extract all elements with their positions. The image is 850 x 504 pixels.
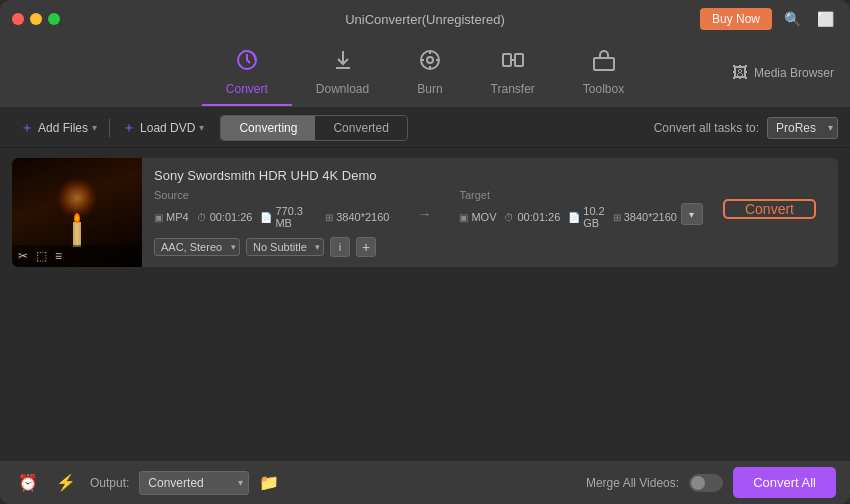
- source-resolution: ⊞ 3840*2160: [325, 211, 389, 223]
- nav-convert-label: Convert: [226, 82, 268, 96]
- svg-rect-9: [594, 58, 614, 70]
- target-clock-icon: ⏱: [504, 212, 514, 223]
- res-icon: ⊞: [325, 212, 333, 223]
- nav-download-label: Download: [316, 82, 369, 96]
- format-select[interactable]: ProRes MP4 MOV AVI MKV: [767, 117, 838, 139]
- target-resolution: ⊞ 3840*2160: [613, 211, 677, 223]
- audio-row: AAC, Stereo No Subtitle i +: [154, 237, 826, 257]
- titlebar-right: Buy Now 🔍 ⬜: [700, 8, 838, 30]
- titlebar: UniConverter(Unregistered) Buy Now 🔍 ⬜: [0, 0, 850, 38]
- merge-label: Merge All Videos:: [586, 476, 679, 490]
- toolbox-icon: [592, 48, 616, 78]
- target-format-icon: ▣: [459, 212, 468, 223]
- maximize-dot[interactable]: [48, 13, 60, 25]
- toolbar: ＋ Add Files ▾ ＋ Load DVD ▾ Converting Co…: [0, 108, 850, 148]
- convert-button[interactable]: Convert: [723, 199, 816, 219]
- source-duration: ⏱ 00:01:26: [197, 211, 253, 223]
- search-icon[interactable]: 🔍: [780, 9, 805, 29]
- nav-download[interactable]: Download: [292, 40, 393, 106]
- arrow-icon: →: [409, 206, 439, 222]
- add-files-label: Add Files: [38, 121, 88, 135]
- nav-burn[interactable]: Burn: [393, 40, 466, 106]
- file-icon: 📄: [260, 212, 272, 223]
- convert-all-label: Convert all tasks to:: [654, 121, 759, 135]
- effects-icon[interactable]: ≡: [55, 249, 62, 263]
- crop-icon[interactable]: ⬚: [36, 249, 47, 263]
- target-values: ▣ MOV ⏱ 00:01:26 📄 10.2 GB: [459, 205, 677, 229]
- candle-body: [73, 222, 81, 247]
- file-info: Sony Swordsmith HDR UHD 4K Demo Source ▣…: [142, 158, 838, 267]
- target-duration-text: 00:01:26: [517, 211, 560, 223]
- format-icon: ▣: [154, 212, 163, 223]
- toolbar-divider-1: [109, 119, 110, 137]
- media-browser-btn[interactable]: 🖼 Media Browser: [732, 64, 834, 82]
- candle-flame: [74, 213, 80, 223]
- source-section: Source ▣ MP4 ⏱ 00:01:26 📄 770.3 MB: [154, 189, 389, 229]
- svg-rect-7: [503, 54, 511, 66]
- audio-select-wrapper: AAC, Stereo: [154, 238, 240, 256]
- info-button[interactable]: i: [330, 237, 350, 257]
- source-size-text: 770.3 MB: [275, 205, 317, 229]
- minimize-dot[interactable]: [30, 13, 42, 25]
- file-item: ✂ ⬚ ≡ Sony Swordsmith HDR UHD 4K Demo So…: [12, 158, 838, 267]
- nav-toolbox[interactable]: Toolbox: [559, 40, 648, 106]
- close-dot[interactable]: [12, 13, 24, 25]
- thumbnail-overlay: ✂ ⬚ ≡: [12, 245, 142, 267]
- load-dvd-button[interactable]: ＋ Load DVD ▾: [114, 115, 212, 141]
- toggle-knob: [691, 476, 705, 490]
- convert-icon: [235, 48, 259, 78]
- main-content: ✂ ⬚ ≡ Sony Swordsmith HDR UHD 4K Demo So…: [0, 148, 850, 460]
- merge-toggle[interactable]: [689, 474, 723, 492]
- tab-converting[interactable]: Converting: [221, 116, 315, 140]
- navbar: Convert Download Burn: [0, 38, 850, 108]
- source-label: Source: [154, 189, 389, 201]
- nav-toolbox-label: Toolbox: [583, 82, 624, 96]
- source-size: 📄 770.3 MB: [260, 205, 317, 229]
- file-title: Sony Swordsmith HDR UHD 4K Demo: [154, 168, 826, 183]
- target-size-text: 10.2 GB: [583, 205, 604, 229]
- source-format-text: MP4: [166, 211, 189, 223]
- burn-icon: [418, 48, 442, 78]
- window-controls: [12, 13, 60, 25]
- speed-icon[interactable]: ⚡: [52, 469, 80, 496]
- schedule-icon[interactable]: ⏰: [14, 469, 42, 496]
- svg-rect-8: [515, 54, 523, 66]
- target-meta: Target ▣ MOV ⏱ 00:01:26 📄: [459, 189, 677, 229]
- media-browser-icon: 🖼: [732, 64, 748, 82]
- add-files-button[interactable]: ＋ Add Files ▾: [12, 115, 105, 141]
- add-files-arrow: ▾: [92, 122, 97, 133]
- target-duration: ⏱ 00:01:26: [504, 211, 560, 223]
- target-format: ▣ MOV: [459, 211, 496, 223]
- subtitle-select[interactable]: No Subtitle: [246, 238, 324, 256]
- target-format-text: MOV: [471, 211, 496, 223]
- source-duration-text: 00:01:26: [210, 211, 253, 223]
- bottombar: ⏰ ⚡ Output: Converted 📁 Merge All Videos…: [0, 460, 850, 504]
- add-icon: ＋: [20, 119, 34, 137]
- trim-icon[interactable]: ✂: [18, 249, 28, 263]
- file-thumbnail: ✂ ⬚ ≡: [12, 158, 142, 267]
- nav-burn-label: Burn: [417, 82, 442, 96]
- subtitle-select-wrapper: No Subtitle: [246, 238, 324, 256]
- audio-select[interactable]: AAC, Stereo: [154, 238, 240, 256]
- candle-glow: [57, 178, 97, 218]
- target-dropdown-button[interactable]: ▾: [681, 203, 703, 225]
- buy-now-button[interactable]: Buy Now: [700, 8, 772, 30]
- tab-group: Converting Converted: [220, 115, 407, 141]
- output-label: Output:: [90, 476, 129, 490]
- output-select[interactable]: Converted: [139, 471, 249, 495]
- tab-converted[interactable]: Converted: [315, 116, 406, 140]
- toolbar-right: Convert all tasks to: ProRes MP4 MOV AVI…: [654, 117, 838, 139]
- nav-transfer[interactable]: Transfer: [467, 40, 559, 106]
- target-file-icon: 📄: [568, 212, 580, 223]
- folder-icon[interactable]: 📁: [259, 473, 279, 492]
- toolbar-left: ＋ Add Files ▾ ＋ Load DVD ▾ Converting Co…: [12, 115, 654, 141]
- window-icon[interactable]: ⬜: [813, 9, 838, 29]
- target-res-icon: ⊞: [613, 212, 621, 223]
- download-icon: [331, 48, 355, 78]
- nav-convert[interactable]: Convert: [202, 40, 292, 106]
- convert-all-button[interactable]: Convert All: [733, 467, 836, 498]
- load-dvd-arrow: ▾: [199, 122, 204, 133]
- clock-icon: ⏱: [197, 212, 207, 223]
- dvd-icon: ＋: [122, 119, 136, 137]
- add-track-button[interactable]: +: [356, 237, 376, 257]
